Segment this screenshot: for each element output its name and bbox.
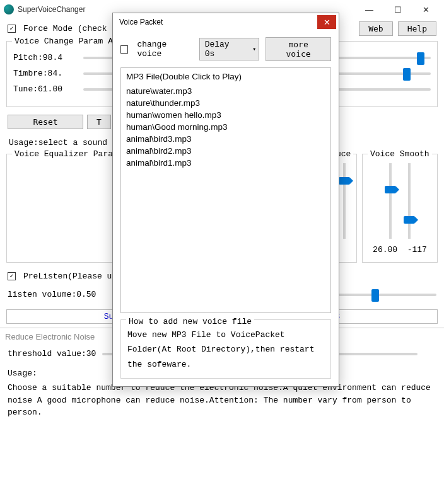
ren-usage-body: Choose a suitable number to reduce the e…	[8, 382, 436, 419]
smooth-slider-2[interactable]	[408, 163, 411, 239]
list-item[interactable]: human\women hello.mp3	[126, 109, 325, 121]
timbre-thumb[interactable]	[403, 68, 411, 81]
reduce-slider[interactable]	[343, 163, 346, 239]
threshold-label: threshold value:30	[8, 349, 96, 358]
list-item[interactable]: human\Good morning.mp3	[126, 121, 325, 133]
prelisten-checkbox[interactable]	[8, 272, 16, 280]
app-icon	[4, 4, 14, 14]
more-voice-button[interactable]: more voice	[266, 37, 331, 61]
smooth-val1: 26.00	[373, 245, 397, 255]
list-item[interactable]: nature\thunder.mp3	[126, 97, 325, 109]
timbre-label: Timbre:84.	[13, 69, 79, 78]
change-voice-checkbox[interactable]	[120, 45, 128, 54]
howto-body: Move new MP3 File to VoicePacket Folder(…	[127, 328, 324, 372]
force-mode-label: Force Mode (check it	[23, 24, 122, 33]
pitch-thumb[interactable]	[417, 52, 424, 65]
help-button[interactable]: Help	[398, 21, 436, 36]
howto-group: How to add new voice file Move new MP3 F…	[120, 319, 331, 379]
voice-smooth-group: Voice Smooth 26.00 -117	[362, 154, 438, 263]
list-item[interactable]: animal\bird1.mp3	[126, 157, 325, 169]
chevron-down-icon: ▾	[252, 45, 256, 53]
mp3-file-list[interactable]: MP3 File(Double Click to Play) nature\wa…	[120, 67, 331, 313]
eq-legend: Voice Equalizer Param	[12, 149, 120, 159]
voice-packet-dialog: Voice Packet ✕ change voice Delay 0s ▾ m…	[112, 13, 339, 387]
modal-close-button[interactable]: ✕	[317, 15, 336, 29]
tune-label: Tune:61.00	[13, 84, 79, 94]
list-item[interactable]: animal\bird2.mp3	[126, 145, 325, 157]
delay-dropdown[interactable]: Delay 0s ▾	[199, 38, 260, 60]
prelisten-label: PreListen(Please use	[23, 272, 122, 281]
reset-button[interactable]: Reset	[8, 115, 83, 129]
maximize-button[interactable]: ☐	[383, 1, 412, 18]
list-item[interactable]: animal\bird3.mp3	[126, 133, 325, 145]
change-voice-label: change voice	[137, 40, 192, 59]
close-button[interactable]: ✕	[412, 1, 440, 18]
file-list-header: MP3 File(Double Click to Play)	[126, 72, 325, 81]
smooth-val2: -117	[407, 245, 427, 255]
listen-volume-thumb[interactable]	[371, 289, 379, 302]
modal-titlebar[interactable]: Voice Packet ✕	[113, 13, 339, 31]
params-legend: Voice Change Param Adj	[12, 37, 126, 46]
window-controls: — ☐ ✕	[355, 1, 440, 18]
smooth-thumb-1[interactable]	[385, 186, 396, 193]
minimize-button[interactable]: —	[355, 1, 383, 18]
smooth-slider-1[interactable]	[389, 163, 392, 239]
pitch-label: Pitch:98.4	[13, 53, 79, 62]
reduce-thumb[interactable]	[339, 177, 350, 185]
howto-legend: How to add new voice file	[126, 314, 254, 329]
second-button[interactable]: T	[87, 115, 111, 129]
web-button[interactable]: Web	[359, 21, 392, 36]
list-item[interactable]: nature\water.mp3	[126, 85, 325, 97]
force-mode-checkbox[interactable]	[8, 25, 16, 33]
smooth-legend: Voice Smooth	[368, 149, 432, 159]
modal-title: Voice Packet	[119, 18, 317, 26]
delay-value: Delay 0s	[205, 40, 241, 59]
smooth-thumb-2[interactable]	[404, 216, 415, 224]
listen-volume-label: listen volume:0.50	[8, 290, 108, 299]
